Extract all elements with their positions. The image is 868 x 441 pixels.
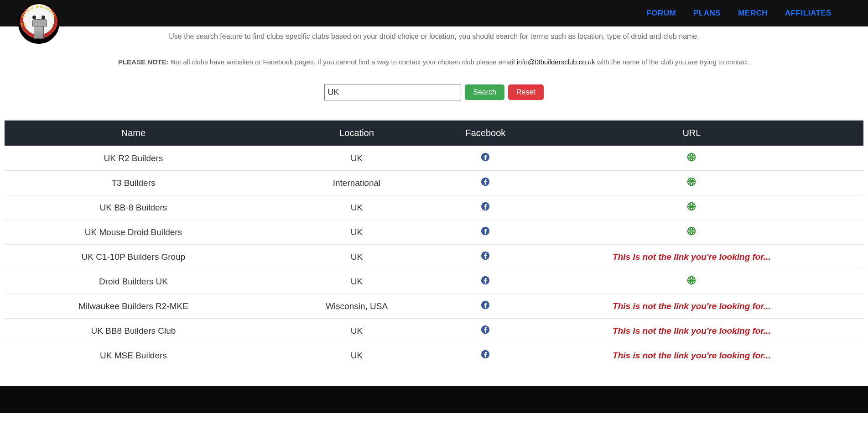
cell-location: Wisconsin, USA [262,294,451,319]
cell-facebook [451,171,520,195]
cell-location: UK [262,245,451,269]
cell-url: This is not the link you're looking for.… [520,245,863,269]
facebook-icon[interactable] [481,350,490,359]
cell-name: UK MSE Builders [5,343,262,368]
search-row: Search Reset [0,84,868,100]
contact-note: PLEASE NOTE: Not all clubs have websites… [0,45,868,84]
facebook-icon[interactable] [481,325,490,334]
table-header-row: Name Location Facebook URL [5,120,863,146]
globe-icon[interactable] [687,152,696,162]
no-link-text: This is not the link you're looking for.… [613,252,771,262]
cell-name: UK R2 Builders [5,146,262,171]
table-row: UK Mouse Droid BuildersUK [5,220,863,245]
cell-location: UK [262,343,451,368]
table-row: T3 BuildersInternational [5,171,863,195]
cell-location: UK [262,220,451,245]
cell-location: UK [262,269,451,294]
nav-link-merch[interactable]: MERCH [738,9,768,18]
th-name: Name [5,120,262,146]
facebook-icon[interactable] [481,251,490,260]
cell-facebook [451,269,520,294]
clubs-table-container: Name Location Facebook URL UK R2 Builder… [0,120,868,386]
cell-name: UK BB-8 Builders [5,195,262,220]
logo-graphic [18,3,59,44]
cell-facebook [451,319,520,343]
search-button[interactable]: Search [465,84,504,100]
search-input[interactable] [324,84,461,100]
cell-url [520,195,863,220]
table-row: Milwaukee Builders R2-MKEWisconsin, USAT… [5,294,863,319]
table-row: UK MSE BuildersUKThis is not the link yo… [5,343,863,368]
nav-link-plans[interactable]: PLANS [693,9,721,18]
cell-url [520,269,863,294]
globe-icon[interactable] [687,177,696,186]
table-row: UK C1-10P Builders GroupUKThis is not th… [5,245,863,269]
facebook-icon[interactable] [481,202,490,211]
cell-name: UK C1-10P Builders Group [5,245,262,269]
no-link-text: This is not the link you're looking for.… [613,301,771,311]
table-body: UK R2 BuildersUKT3 BuildersInternational… [5,146,863,368]
th-location: Location [262,120,451,146]
facebook-icon[interactable] [481,300,490,310]
table-row: UK BB8 Builders ClubUKThis is not the li… [5,319,863,343]
clubs-table: Name Location Facebook URL UK R2 Builder… [5,120,863,368]
cell-url: This is not the link you're looking for.… [520,343,863,368]
cell-location: UK [262,195,451,220]
cell-name: UK Mouse Droid Builders [5,220,262,245]
nav-link-affiliates[interactable]: AFFILIATES [785,9,832,18]
globe-icon[interactable] [687,226,696,236]
top-navbar: FORUM PLANS MERCH AFFILIATES [0,0,868,26]
cell-name: Milwaukee Builders R2-MKE [5,294,262,319]
cell-facebook [451,245,520,269]
cell-facebook [451,294,520,319]
table-row: UK BB-8 BuildersUK [5,195,863,220]
note-label: PLEASE NOTE: [118,58,169,66]
facebook-icon[interactable] [481,152,490,162]
facebook-icon[interactable] [481,226,490,236]
contact-email[interactable]: info@t3buildersclub.co.uk [517,58,595,66]
table-row: UK R2 BuildersUK [5,146,863,171]
note-text-before: Not all clubs have websites or Facebook … [169,58,517,66]
note-text-after: with the name of the club you are trying… [595,58,750,66]
site-logo[interactable]: Droid Builders T3 [18,3,59,44]
cell-location: International [262,171,451,195]
page-footer [0,386,868,413]
table-row: Droid Builders UKUK [5,269,863,294]
facebook-icon[interactable] [481,276,490,285]
nav-link-forum[interactable]: FORUM [646,9,676,18]
th-url: URL [520,120,863,146]
cell-url [520,171,863,195]
nav-links: FORUM PLANS MERCH AFFILIATES [646,9,832,18]
globe-icon[interactable] [687,202,696,211]
cell-facebook [451,195,520,220]
reset-button[interactable]: Reset [508,84,544,100]
cell-url [520,146,863,171]
no-link-text: This is not the link you're looking for.… [613,351,771,360]
intro-line-2: Use the search feature to find clubs spe… [0,24,868,45]
cell-name: T3 Builders [5,171,262,195]
cell-name: UK BB8 Builders Club [5,319,262,343]
cell-facebook [451,343,520,368]
main-content: This list is being constantly updated wi… [0,0,868,386]
cell-url: This is not the link you're looking for.… [520,294,863,319]
cell-facebook [451,220,520,245]
cell-url [520,220,863,245]
no-link-text: This is not the link you're looking for.… [613,326,771,336]
th-facebook: Facebook [451,120,520,146]
globe-icon[interactable] [687,276,696,285]
cell-url: This is not the link you're looking for.… [520,319,863,343]
cell-location: UK [262,319,451,343]
cell-facebook [451,146,520,171]
facebook-icon[interactable] [481,177,490,186]
cell-name: Droid Builders UK [5,269,262,294]
cell-location: UK [262,146,451,171]
